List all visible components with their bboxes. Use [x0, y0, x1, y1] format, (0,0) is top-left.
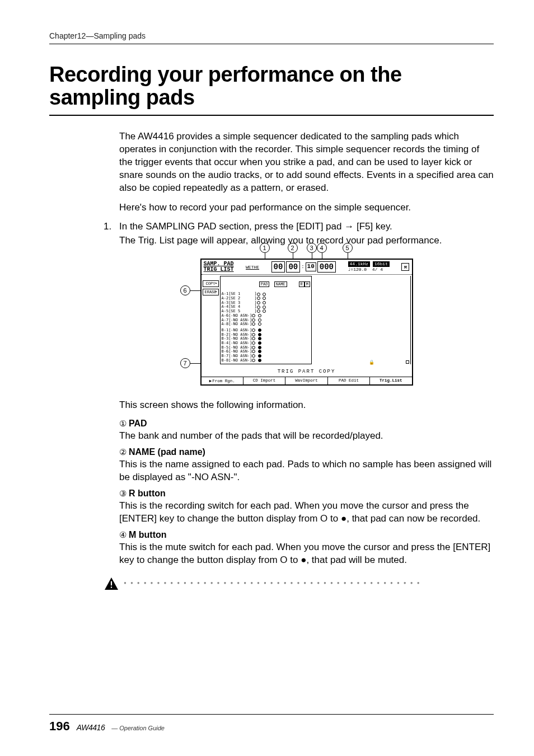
pad-row: A-8[-NO ASN-]: [222, 322, 310, 327]
tab-cd-import[interactable]: CD Import: [243, 377, 285, 384]
warning-row: ••••••••••••••••••••••••••••••••••••••••…: [104, 577, 494, 590]
meta-info: 44.1kHz 16bit ♩=120.0 4/ 4: [348, 261, 390, 272]
intro-para-1: The AW4416 provides a simple sequencer d…: [119, 130, 494, 195]
pad-row: B-8[-NO ASN-]: [222, 359, 310, 363]
figure: 1 2 3 4 5 6 7 SAM: [119, 259, 494, 386]
sample-rate: 44.1kHz: [348, 261, 371, 267]
screen-header: SAMP. PAD TRIG LIST WETHE 00 00: 10 000 …: [202, 260, 412, 275]
callout-1: 1: [260, 243, 270, 253]
tab-from-rgn[interactable]: From Rgn.: [202, 377, 243, 384]
step-title: In the SAMPLING PAD section, press the […: [119, 221, 392, 232]
scroll-handle[interactable]: [406, 360, 409, 364]
counter-d: 000: [317, 261, 336, 273]
warning-icon: [104, 577, 119, 590]
col-pad: PAD: [259, 281, 270, 287]
side-buttons: COPY ERASE: [203, 276, 219, 364]
col-name: NAME: [274, 281, 287, 287]
scroll-marker-icon: 🔒: [369, 360, 374, 365]
info-text: This is the name assigned to each pad. P…: [119, 458, 494, 484]
page-number: 196: [49, 719, 70, 734]
col-m: M: [305, 281, 310, 287]
info-items: ①PADThe bank and number of the pads that…: [119, 419, 494, 567]
counter-b: 00: [286, 261, 300, 273]
callout-7-line: [190, 363, 200, 364]
figure-container: 1 2 3 4 5 6 7 SAM: [200, 259, 413, 386]
trig-label: TRIG PART COPY: [202, 365, 412, 377]
time-counter: 00 00: 10 000: [271, 261, 336, 273]
screen-body: COPY ERASE PAD NAME RM A-1[SE 1 ] A-2[SE…: [202, 275, 412, 365]
info-text: The bank and number of the pads that wil…: [119, 430, 494, 443]
callout-3: 3: [307, 243, 317, 253]
tempo: ♩=120.0: [348, 267, 367, 272]
info-label: ①PAD: [119, 419, 494, 429]
lcd-screen: SAMP. PAD TRIG LIST WETHE 00 00: 10 000 …: [200, 259, 413, 386]
after-figure-text: This screen shows the following informat…: [119, 399, 494, 412]
chapter-header: Chapter12—Sampling pads: [49, 31, 494, 44]
callout-4: 4: [317, 243, 327, 253]
tab-bar: From Rgn. CD Import WavImport PAD Edit T…: [202, 377, 412, 384]
m-icon: M: [401, 263, 409, 271]
callout-5: 5: [343, 243, 353, 253]
info-label: ②NAME (pad name): [119, 447, 494, 457]
footer: 196 AW4416 — Operation Guide: [49, 714, 494, 734]
warning-dots: ••••••••••••••••••••••••••••••••••••••••…: [124, 579, 494, 588]
page-title: Recording your performance on the sampli…: [49, 63, 494, 109]
step-number: 1.: [104, 221, 119, 232]
time-sig: 4/ 4: [372, 267, 383, 272]
track-area: 🔒: [313, 276, 411, 364]
model-name: AW4416: [77, 723, 105, 732]
tab-trig-list[interactable]: Trig.List: [370, 377, 411, 384]
pad-rows: A-1[SE 1 ] A-2[SE 2 ] A-3[SE 3 ] A-4[SE …: [222, 292, 310, 363]
list-columns: PAD NAME RM: [222, 278, 310, 291]
col-r: R: [299, 281, 305, 287]
counter-a: 00: [271, 261, 285, 273]
info-label: ④M button: [119, 530, 494, 540]
tab-pad-edit[interactable]: PAD Edit: [328, 377, 370, 384]
copy-button[interactable]: COPY: [203, 280, 219, 287]
callout-6: 6: [180, 285, 190, 295]
tab-wav-import[interactable]: WavImport: [285, 377, 327, 384]
info-text: This is the recording switch for each pa…: [119, 500, 494, 525]
bit-depth: 16bit: [373, 261, 390, 267]
step-heading: 1. In the SAMPLING PAD section, press th…: [119, 221, 494, 232]
page: Chapter12—Sampling pads Recording your p…: [0, 0, 534, 756]
content-block: The AW4416 provides a simple sequencer d…: [119, 130, 494, 590]
pad-list: PAD NAME RM A-1[SE 1 ] A-2[SE 2 ] A-3[SE…: [220, 276, 312, 364]
callout-2: 2: [288, 243, 298, 253]
svg-rect-1: [111, 586, 112, 588]
guide-label: — Operation Guide: [111, 725, 165, 731]
scene-label: WETHE: [246, 265, 259, 270]
info-text: This is the mute switch for each pad. Wh…: [119, 541, 494, 567]
title-rule: [49, 115, 494, 116]
svg-rect-0: [111, 581, 112, 586]
callout-6-line: [190, 290, 200, 291]
info-label: ③R button: [119, 489, 494, 499]
erase-button[interactable]: ERASE: [203, 289, 219, 295]
callout-7: 7: [180, 358, 190, 368]
intro-para-2: Here's how to record your pad performanc…: [119, 201, 494, 214]
screen-title-2: TRIG LIST: [204, 267, 234, 273]
screen-title-area: SAMP. PAD TRIG LIST: [204, 261, 234, 273]
counter-c: 10: [306, 262, 316, 271]
